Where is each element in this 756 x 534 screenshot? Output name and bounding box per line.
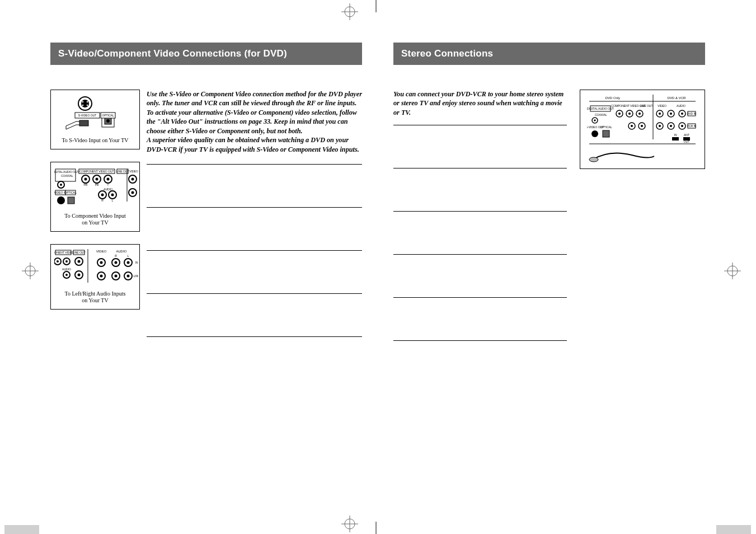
svg-rect-107	[683, 137, 690, 140]
label-optical-2: OPTICAL	[64, 191, 77, 194]
svg-point-64	[100, 261, 103, 264]
svg-point-54	[65, 260, 68, 263]
label-audio-3: AUDIO	[116, 250, 126, 253]
label-dvd-only: DVD Only	[605, 96, 621, 100]
divider	[147, 250, 362, 251]
label-l: L	[112, 199, 114, 202]
label-digital-audio-out: DIGITAL AUDIO OUT	[54, 170, 79, 174]
intro-p3: A superior video quality can be obtained…	[147, 135, 362, 154]
svg-point-43	[111, 193, 114, 196]
divider	[147, 207, 362, 208]
svg-point-68	[127, 261, 130, 264]
svg-point-72	[115, 274, 118, 277]
label-pr: PR	[84, 183, 88, 186]
svg-point-52	[57, 260, 59, 263]
svg-point-39	[107, 177, 110, 180]
label-in-r: IN	[674, 133, 677, 137]
svg-point-70	[100, 274, 103, 277]
section-banner-left: S-Video/Component Video Connections (for…	[50, 43, 362, 65]
crop-mark-top	[341, 3, 358, 20]
svg-rect-81	[603, 130, 609, 137]
divider	[393, 254, 567, 255]
svg-point-61	[78, 273, 81, 276]
section-banner-right: Stereo Connections	[393, 43, 705, 65]
svg-point-41	[101, 193, 104, 196]
svg-point-22	[106, 119, 110, 123]
divider	[393, 297, 567, 298]
label-in: IN	[135, 261, 138, 264]
label-r: R	[101, 199, 104, 202]
svg-point-93	[659, 113, 661, 115]
figure-component: DIGITAL AUDIO OUT COAXIAL S-VIDEO OUT OP…	[50, 162, 140, 232]
label-dvd-in: DVD IN	[687, 112, 697, 115]
crop-mark-right	[724, 263, 741, 279]
label-audio: AUDIO	[104, 188, 112, 191]
divider	[147, 164, 362, 165]
label-video-2: VIDEO	[96, 250, 107, 253]
svg-point-35	[84, 177, 87, 180]
label-r-2: R	[115, 254, 117, 257]
svg-point-17	[87, 101, 88, 103]
svg-point-48	[132, 191, 134, 194]
svg-point-87	[638, 113, 641, 115]
figure-svideo: S-VIDEO OUT OPTICAL To S-Video Input on …	[50, 90, 140, 149]
label-pb: PB	[95, 183, 99, 186]
section-title-right: Stereo Connections	[401, 48, 493, 59]
svg-point-18	[82, 105, 84, 106]
intro-p2: To activate your alternative (S-Video or…	[147, 108, 362, 135]
crop-mark-left	[22, 263, 39, 279]
divider	[393, 211, 567, 212]
label-digital-audio-out-r: DIGITAL AUDIO OUT	[587, 107, 614, 110]
label-line-out-r: LINE OUT	[640, 104, 652, 107]
svg-rect-106	[672, 137, 679, 140]
page-left: S-Video/Component Video Connections (for…	[50, 31, 362, 502]
section-title-left: S-Video/Component Video Connections (for…	[58, 48, 287, 59]
svg-point-102	[670, 125, 672, 127]
label-component-out: COMPONENT VIDEO OUT	[79, 170, 114, 173]
page-number-chip-right	[716, 525, 751, 534]
label-video-r: VIDEO	[658, 104, 666, 107]
crop-tick-top	[375, 0, 377, 12]
label-optical-r: OPTICAL	[600, 125, 612, 129]
svg-point-85	[628, 113, 631, 115]
label-audio-r: AUDIO	[677, 104, 685, 107]
intro-text-right: You can connect your DVD-VCR to your hom…	[393, 90, 567, 117]
svg-point-100	[659, 125, 661, 127]
crop-mark-bottom	[341, 516, 358, 532]
caption-component-l1: To Component Video Input	[64, 213, 125, 219]
divider	[147, 293, 362, 294]
svg-point-28	[60, 184, 62, 186]
svg-point-37	[96, 177, 98, 180]
label-svideo-out: S-VIDEO OUT	[78, 114, 97, 117]
svg-rect-25	[79, 120, 88, 126]
svg-point-59	[78, 260, 81, 263]
svg-point-104	[681, 125, 683, 127]
svg-point-19	[87, 105, 88, 106]
crop-tick-bottom	[375, 522, 377, 534]
svg-point-46	[132, 177, 134, 180]
intro-text-left: Use the S-Video or Component Video conne…	[147, 90, 362, 154]
svg-point-95	[670, 113, 672, 115]
figure-audio-lr: COMPONENT VIDEO OUT AUDIO LINE OUT VIDEO…	[50, 244, 140, 310]
svg-point-80	[591, 130, 598, 137]
label-vcr-in: VCR IN	[687, 124, 697, 128]
label-line-out-2: LINE OUT	[72, 251, 85, 254]
right-intro-p1: You can connect your DVD-VCR to your hom…	[393, 90, 567, 117]
divider	[393, 125, 567, 125]
label-dvd-vcr: DVD & VCR	[668, 96, 686, 100]
svg-point-89	[631, 125, 633, 127]
label-video: VIDEO	[129, 170, 138, 173]
label-optical: OPTICAL	[102, 114, 114, 117]
svg-rect-32	[68, 197, 74, 204]
label-audio-2: AUDIO	[62, 268, 71, 271]
svg-point-97	[681, 113, 683, 115]
label-y: Y	[107, 183, 109, 186]
svg-point-91	[641, 125, 643, 127]
svg-point-16	[82, 101, 84, 103]
caption-audio-l2: on Your TV	[82, 297, 108, 303]
caption-svideo: To S-Video Input on Your TV	[54, 137, 136, 144]
label-coaxial-r: COAXIAL	[595, 113, 607, 116]
svideo-diagram: S-VIDEO OUT OPTICAL	[62, 93, 129, 134]
page-right: Stereo Connections You can connect your …	[393, 31, 705, 502]
svg-point-15	[81, 100, 89, 107]
